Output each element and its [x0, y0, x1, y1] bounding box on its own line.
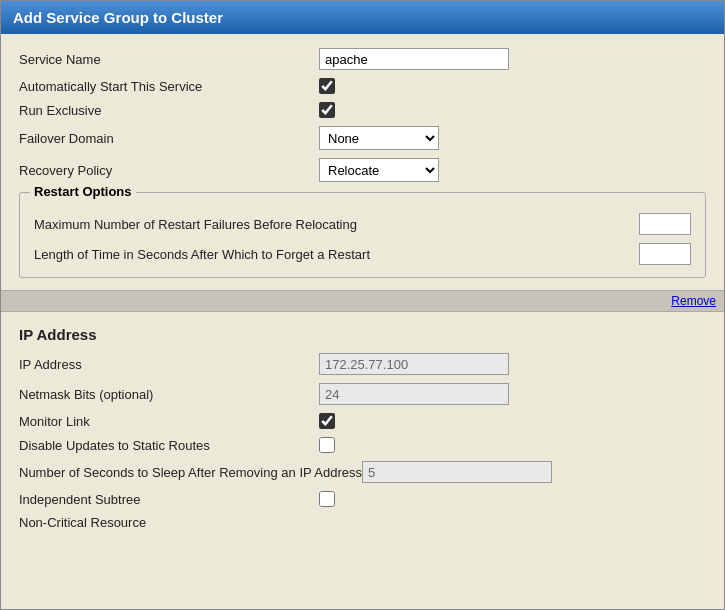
ip-address-row: IP Address [19, 353, 706, 375]
run-exclusive-row: Run Exclusive [19, 102, 706, 118]
recovery-policy-select[interactable]: Relocate [319, 158, 439, 182]
ip-address-label: IP Address [19, 357, 319, 372]
max-failures-input[interactable] [639, 213, 691, 235]
ip-address-section-title: IP Address [19, 326, 706, 343]
forget-restart-label: Length of Time in Seconds After Which to… [34, 247, 639, 262]
independent-subtree-row: Independent Subtree [19, 491, 706, 507]
service-name-row: Service Name [19, 48, 706, 70]
sleep-seconds-input[interactable] [362, 461, 552, 483]
service-name-input[interactable] [319, 48, 509, 70]
restart-options-box: Restart Options Maximum Number of Restar… [19, 192, 706, 278]
forget-restart-input[interactable] [639, 243, 691, 265]
service-name-label: Service Name [19, 52, 319, 67]
failover-domain-select[interactable]: None [319, 126, 439, 150]
recovery-policy-row: Recovery Policy Relocate [19, 158, 706, 182]
run-exclusive-label: Run Exclusive [19, 103, 319, 118]
remove-link[interactable]: Remove [671, 294, 716, 308]
independent-subtree-label: Independent Subtree [19, 492, 319, 507]
failover-domain-label: Failover Domain [19, 131, 319, 146]
netmask-row: Netmask Bits (optional) [19, 383, 706, 405]
independent-subtree-checkbox[interactable] [319, 491, 335, 507]
ip-address-input[interactable] [319, 353, 509, 375]
window-title: Add Service Group to Cluster [13, 9, 223, 26]
monitor-link-row: Monitor Link [19, 413, 706, 429]
auto-start-checkbox[interactable] [319, 78, 335, 94]
disable-updates-label: Disable Updates to Static Routes [19, 438, 319, 453]
netmask-label: Netmask Bits (optional) [19, 387, 319, 402]
monitor-link-label: Monitor Link [19, 414, 319, 429]
non-critical-row: Non-Critical Resource [19, 515, 706, 530]
recovery-policy-label: Recovery Policy [19, 163, 319, 178]
forget-restart-row: Length of Time in Seconds After Which to… [34, 243, 691, 265]
max-failures-row: Maximum Number of Restart Failures Befor… [34, 213, 691, 235]
divider-bar: Remove [1, 290, 724, 312]
title-bar: Add Service Group to Cluster [1, 1, 724, 34]
disable-updates-checkbox[interactable] [319, 437, 335, 453]
monitor-link-checkbox[interactable] [319, 413, 335, 429]
sleep-seconds-row: Number of Seconds to Sleep After Removin… [19, 461, 706, 483]
auto-start-label: Automatically Start This Service [19, 79, 319, 94]
netmask-input[interactable] [319, 383, 509, 405]
disable-updates-row: Disable Updates to Static Routes [19, 437, 706, 453]
auto-start-row: Automatically Start This Service [19, 78, 706, 94]
sleep-seconds-label: Number of Seconds to Sleep After Removin… [19, 465, 362, 480]
max-failures-label: Maximum Number of Restart Failures Befor… [34, 217, 639, 232]
content-area: Service Name Automatically Start This Se… [1, 34, 724, 609]
run-exclusive-checkbox[interactable] [319, 102, 335, 118]
non-critical-label: Non-Critical Resource [19, 515, 319, 530]
main-window: Add Service Group to Cluster Service Nam… [0, 0, 725, 610]
failover-domain-row: Failover Domain None [19, 126, 706, 150]
restart-options-legend: Restart Options [30, 184, 136, 199]
